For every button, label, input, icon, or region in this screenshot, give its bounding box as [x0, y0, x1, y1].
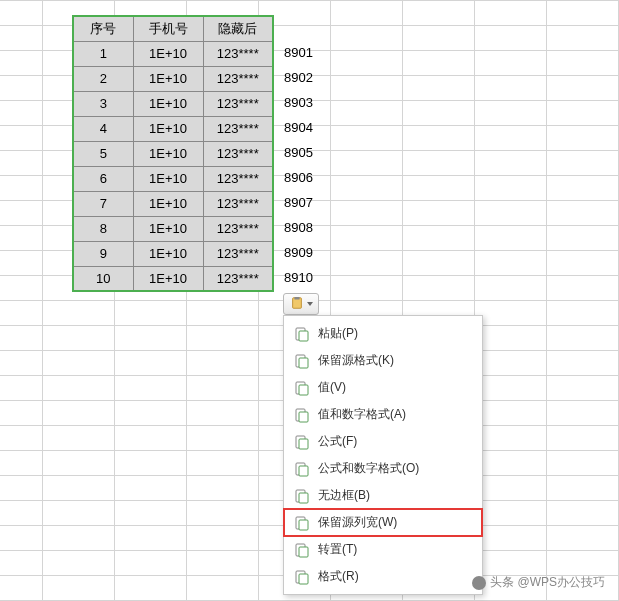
clipboard-format-icon: [294, 353, 310, 369]
table-body: 11E+10123****21E+10123****31E+10123****4…: [73, 41, 273, 291]
clipboard-formula-icon: [294, 434, 310, 450]
cell-seq[interactable]: 6: [73, 166, 133, 191]
menu-item-label: 格式(R): [318, 568, 359, 585]
paste-options-button[interactable]: [283, 293, 319, 315]
cell-phone[interactable]: 1E+10: [133, 191, 203, 216]
table-row: 91E+10123****: [73, 241, 273, 266]
svg-rect-3: [299, 331, 308, 341]
chevron-down-icon: [307, 302, 313, 306]
overflow-cell[interactable]: 8904: [282, 115, 313, 140]
cell-seq[interactable]: 3: [73, 91, 133, 116]
clipboard-value-num-icon: [294, 407, 310, 423]
clipboard-icon: [290, 296, 304, 313]
clipboard-transpose-icon: [294, 542, 310, 558]
watermark-text: 头条 @WPS办公技巧: [490, 574, 605, 591]
cell-hidden[interactable]: 123****: [203, 66, 273, 91]
menu-item-3[interactable]: 值和数字格式(A): [284, 401, 482, 428]
overflow-cell[interactable]: 8906: [282, 165, 313, 190]
cell-phone[interactable]: 1E+10: [133, 91, 203, 116]
clipboard-value-icon: [294, 380, 310, 396]
overflow-cell[interactable]: 8908: [282, 215, 313, 240]
table-row: 61E+10123****: [73, 166, 273, 191]
cell-hidden[interactable]: 123****: [203, 266, 273, 291]
svg-rect-13: [299, 466, 308, 476]
cell-phone[interactable]: 1E+10: [133, 116, 203, 141]
overflow-cell[interactable]: 8910: [282, 265, 313, 290]
svg-rect-5: [299, 358, 308, 368]
table-row: 71E+10123****: [73, 191, 273, 216]
menu-item-label: 粘贴(P): [318, 325, 358, 342]
header-hidden[interactable]: 隐藏后: [203, 16, 273, 41]
data-table: 序号 手机号 隐藏后 11E+10123****21E+10123****31E…: [72, 15, 274, 292]
cell-seq[interactable]: 9: [73, 241, 133, 266]
cell-hidden[interactable]: 123****: [203, 241, 273, 266]
table-row: 21E+10123****: [73, 66, 273, 91]
menu-item-label: 保留源列宽(W): [318, 514, 397, 531]
svg-rect-1: [294, 296, 299, 299]
cell-hidden[interactable]: 123****: [203, 91, 273, 116]
table-row: 31E+10123****: [73, 91, 273, 116]
clipboard-noborder-icon: [294, 488, 310, 504]
overflow-column: 8901890289038904890589068907890889098910: [282, 40, 313, 290]
table-row: 81E+10123****: [73, 216, 273, 241]
table-row: 41E+10123****: [73, 116, 273, 141]
cell-hidden[interactable]: 123****: [203, 166, 273, 191]
table-row: 51E+10123****: [73, 141, 273, 166]
cell-phone[interactable]: 1E+10: [133, 241, 203, 266]
cell-phone[interactable]: 1E+10: [133, 216, 203, 241]
menu-item-label: 公式(F): [318, 433, 357, 450]
clipboard-icon: [294, 326, 310, 342]
cell-seq[interactable]: 5: [73, 141, 133, 166]
menu-item-5[interactable]: 公式和数字格式(O): [284, 455, 482, 482]
cell-seq[interactable]: 1: [73, 41, 133, 66]
svg-rect-9: [299, 412, 308, 422]
svg-rect-21: [299, 574, 308, 584]
overflow-cell[interactable]: 8901: [282, 40, 313, 65]
menu-item-0[interactable]: 粘贴(P): [284, 320, 482, 347]
cell-seq[interactable]: 7: [73, 191, 133, 216]
menu-item-2[interactable]: 值(V): [284, 374, 482, 401]
cell-hidden[interactable]: 123****: [203, 41, 273, 66]
cell-hidden[interactable]: 123****: [203, 141, 273, 166]
menu-item-9[interactable]: 格式(R): [284, 563, 482, 590]
clipboard-formula-num-icon: [294, 461, 310, 477]
cell-phone[interactable]: 1E+10: [133, 66, 203, 91]
cell-seq[interactable]: 4: [73, 116, 133, 141]
menu-item-4[interactable]: 公式(F): [284, 428, 482, 455]
menu-item-1[interactable]: 保留源格式(K): [284, 347, 482, 374]
overflow-cell[interactable]: 8905: [282, 140, 313, 165]
cell-hidden[interactable]: 123****: [203, 191, 273, 216]
logo-icon: [472, 576, 486, 590]
cell-seq[interactable]: 10: [73, 266, 133, 291]
menu-item-label: 值(V): [318, 379, 346, 396]
header-seq[interactable]: 序号: [73, 16, 133, 41]
cell-hidden[interactable]: 123****: [203, 116, 273, 141]
cell-seq[interactable]: 2: [73, 66, 133, 91]
menu-item-label: 转置(T): [318, 541, 357, 558]
table-row: 11E+10123****: [73, 41, 273, 66]
menu-item-6[interactable]: 无边框(B): [284, 482, 482, 509]
menu-item-8[interactable]: 转置(T): [284, 536, 482, 563]
svg-rect-7: [299, 385, 308, 395]
table-header-row: 序号 手机号 隐藏后: [73, 16, 273, 41]
menu-item-7[interactable]: 保留源列宽(W): [284, 509, 482, 536]
cell-phone[interactable]: 1E+10: [133, 41, 203, 66]
header-phone[interactable]: 手机号: [133, 16, 203, 41]
cell-phone[interactable]: 1E+10: [133, 266, 203, 291]
clipboard-colwidth-icon: [294, 515, 310, 531]
svg-rect-19: [299, 547, 308, 557]
overflow-cell[interactable]: 8907: [282, 190, 313, 215]
svg-rect-11: [299, 439, 308, 449]
overflow-cell[interactable]: 8903: [282, 90, 313, 115]
cell-phone[interactable]: 1E+10: [133, 166, 203, 191]
cell-hidden[interactable]: 123****: [203, 216, 273, 241]
cell-seq[interactable]: 8: [73, 216, 133, 241]
overflow-cell[interactable]: 8909: [282, 240, 313, 265]
overflow-cell[interactable]: 8902: [282, 65, 313, 90]
svg-rect-15: [299, 493, 308, 503]
menu-item-label: 无边框(B): [318, 487, 370, 504]
watermark: 头条 @WPS办公技巧: [472, 574, 605, 591]
paste-options-menu: 粘贴(P)保留源格式(K)值(V)值和数字格式(A)公式(F)公式和数字格式(O…: [283, 315, 483, 595]
menu-item-label: 保留源格式(K): [318, 352, 394, 369]
cell-phone[interactable]: 1E+10: [133, 141, 203, 166]
